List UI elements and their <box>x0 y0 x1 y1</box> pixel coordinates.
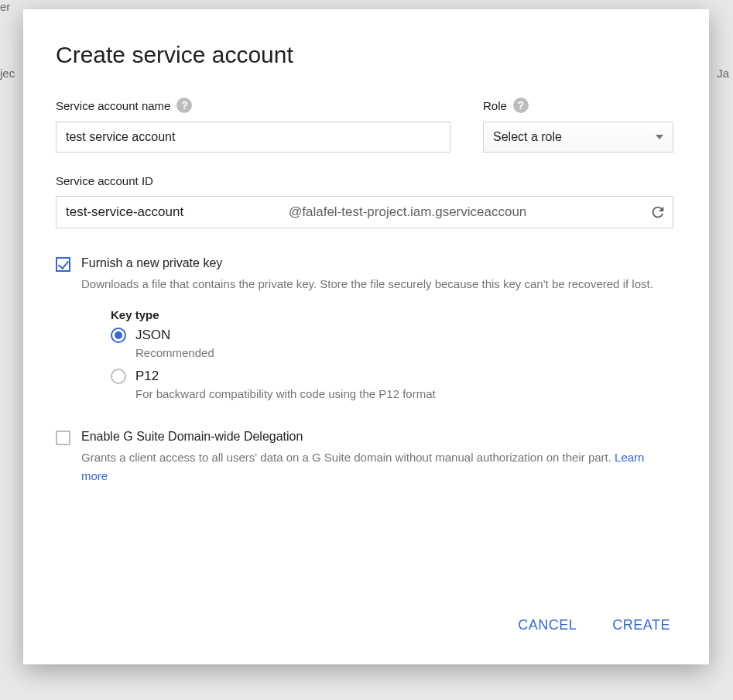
gsuite-delegation-description: Grants a client access to all users' dat… <box>81 448 673 485</box>
role-field: Role ? Select a role <box>483 98 673 153</box>
furnish-key-label: Furnish a new private key <box>81 256 673 270</box>
create-button[interactable]: CREATE <box>609 611 673 640</box>
help-icon[interactable]: ? <box>513 98 529 113</box>
key-type-json-description: Recommended <box>135 346 673 359</box>
key-type-title: Key type <box>111 308 673 321</box>
role-select[interactable]: Select a role <box>483 122 673 153</box>
furnish-key-content: Furnish a new private key Downloads a fi… <box>81 256 673 410</box>
service-account-id-suffix: @falafel-test-project.iam.gserviceaccoun <box>289 204 643 220</box>
gsuite-delegation-desc-text: Grants a client access to all users' dat… <box>81 451 615 464</box>
key-type-p12-radio[interactable] <box>111 369 126 384</box>
service-account-id-input[interactable] <box>57 197 289 228</box>
key-type-block: Key type JSON Recommended P12 For backwa… <box>111 308 673 400</box>
dialog-actions: CANCEL CREATE <box>56 595 673 640</box>
dialog-title: Create service account <box>56 42 673 68</box>
field-label-row: Service account name ? <box>56 98 450 113</box>
cancel-button[interactable]: CANCEL <box>515 611 580 640</box>
gsuite-delegation-section: Enable G Suite Domain-wide Delegation Gr… <box>56 430 673 485</box>
furnish-key-checkbox[interactable] <box>56 257 70 272</box>
gsuite-delegation-checkbox[interactable] <box>56 431 70 445</box>
background-text: jec <box>0 67 15 80</box>
role-select-value: Select a role <box>493 130 562 144</box>
key-type-json-radio[interactable] <box>111 328 126 343</box>
gsuite-delegation-content: Enable G Suite Domain-wide Delegation Gr… <box>81 430 673 485</box>
furnish-key-section: Furnish a new private key Downloads a fi… <box>56 256 673 410</box>
role-label: Role <box>483 99 507 112</box>
field-label-row: Service account ID <box>56 174 673 187</box>
service-account-id-field: Service account ID @falafel-test-project… <box>56 174 673 228</box>
refresh-icon <box>649 204 666 221</box>
gsuite-delegation-label: Enable G Suite Domain-wide Delegation <box>81 430 673 444</box>
key-type-json-row[interactable]: JSON <box>111 328 673 343</box>
form-row-name-role: Service account name ? Role ? Select a r… <box>56 98 673 153</box>
background-text: Ja <box>717 67 729 80</box>
key-type-json-label: JSON <box>135 328 170 343</box>
service-account-id-input-group: @falafel-test-project.iam.gserviceaccoun <box>56 196 673 228</box>
field-label-row: Role ? <box>483 98 673 113</box>
service-account-name-label: Service account name <box>56 99 170 112</box>
help-icon[interactable]: ? <box>176 98 192 113</box>
background-text: er <box>0 0 10 13</box>
chevron-down-icon <box>656 135 663 139</box>
key-type-p12-description: For backward compatibility with code usi… <box>135 387 673 400</box>
key-type-p12-row[interactable]: P12 <box>111 369 673 384</box>
key-type-p12-label: P12 <box>135 369 159 384</box>
refresh-id-button[interactable] <box>643 204 673 221</box>
create-service-account-dialog: Create service account Service account n… <box>23 9 709 664</box>
service-account-name-field: Service account name ? <box>56 98 450 153</box>
service-account-name-input[interactable] <box>56 122 450 153</box>
furnish-key-description: Downloads a file that contains the priva… <box>81 275 673 293</box>
service-account-id-label: Service account ID <box>56 174 153 187</box>
